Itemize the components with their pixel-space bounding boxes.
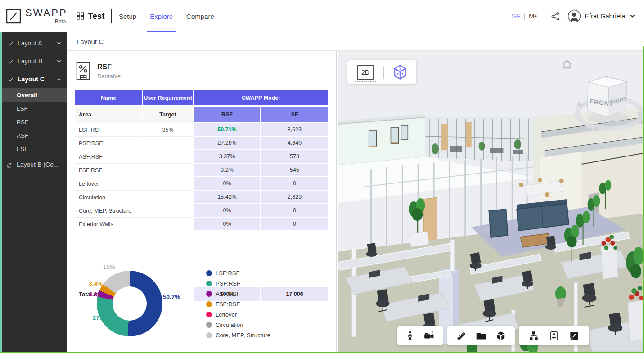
brand-beta: Beta. bbox=[55, 19, 68, 24]
ruler-icon[interactable] bbox=[455, 330, 467, 342]
table-cell-rsf: 0% bbox=[194, 177, 260, 191]
hierarchy-icon[interactable] bbox=[528, 330, 540, 342]
legend-item: Circulation bbox=[206, 320, 270, 330]
sidebar-item-fsf[interactable]: FSF bbox=[0, 142, 67, 156]
table-cell-sf: 545 bbox=[261, 164, 328, 177]
sidebar-item-layout-c[interactable]: Layout C bbox=[0, 70, 67, 88]
page-title-bar: Layout C bbox=[67, 32, 644, 51]
chevron-up-icon[interactable] bbox=[56, 76, 62, 82]
table-cell-rsf: 3.2% bbox=[194, 164, 260, 177]
table-cell-rsf: 50.71% bbox=[194, 123, 260, 137]
view-3d-button[interactable] bbox=[391, 63, 409, 81]
rsf-metric-panel: RSF Rentable Name User Requirement SWAPP… bbox=[67, 51, 337, 352]
tab-compare[interactable]: Compare bbox=[186, 0, 214, 32]
sidebar-item-lsf[interactable]: LSF bbox=[0, 102, 67, 115]
walk-person-icon[interactable] bbox=[405, 330, 415, 342]
sidebar-item-asf[interactable]: ASF bbox=[0, 129, 67, 142]
cube-3d-icon bbox=[391, 63, 409, 81]
table-cell-target bbox=[143, 177, 193, 191]
fullscreen-icon[interactable] bbox=[568, 330, 580, 342]
sidebar-item-overall[interactable]: Overall bbox=[0, 88, 67, 102]
table-cell-sf: 4,640 bbox=[261, 137, 328, 150]
swapp-logo[interactable]: SWAPP Beta. bbox=[5, 8, 68, 24]
table-cell-sf: 8,623 bbox=[261, 123, 328, 137]
pencil-icon bbox=[6, 161, 13, 168]
legend-label: Leftover bbox=[216, 311, 237, 318]
chevron-down-icon[interactable] bbox=[56, 40, 62, 46]
table-cell-rsf: 0% bbox=[194, 204, 260, 218]
user-menu[interactable]: Efrat Gabriela bbox=[567, 9, 636, 23]
sidebar-item-psf[interactable]: PSF bbox=[0, 115, 67, 129]
table-cell-area: FSF:RSF bbox=[75, 164, 142, 177]
user-name: Efrat Gabriela bbox=[585, 13, 625, 20]
table-cell-rsf: 3.37% bbox=[194, 150, 260, 164]
legend-label: LSF:RSF bbox=[216, 270, 239, 277]
donut-hole bbox=[113, 286, 147, 321]
table-cell-area: LSF:RSF bbox=[75, 123, 142, 137]
check-icon bbox=[7, 76, 14, 83]
unit-m2-button[interactable]: M² bbox=[529, 12, 537, 20]
subcol-rsf: RSF bbox=[194, 107, 260, 123]
share-icon[interactable] bbox=[550, 11, 560, 21]
legend-color-dot bbox=[206, 312, 212, 317]
legend-label: Circulation bbox=[216, 322, 243, 328]
sidebar-item-label: Layout B (Co... bbox=[17, 161, 59, 168]
main-tabs: Setup Explore Compare bbox=[119, 0, 214, 32]
table-cell-area: Leftover bbox=[75, 177, 142, 191]
view-cube[interactable]: S E W FRONT RIGHT bbox=[565, 62, 643, 134]
check-icon bbox=[7, 40, 14, 47]
app-header: SWAPP Beta. Test Setup Explore Compare S… bbox=[0, 0, 644, 32]
legend-item: ASF:RSF bbox=[206, 289, 270, 299]
legend-color-dot bbox=[206, 291, 212, 297]
divider bbox=[76, 82, 327, 82]
legend-color-dot bbox=[206, 270, 212, 276]
folder-icon[interactable] bbox=[475, 330, 487, 342]
swapp-app: SWAPP Beta. Test Setup Explore Compare S… bbox=[0, 0, 644, 353]
tab-explore[interactable]: Explore bbox=[150, 0, 173, 32]
sidebar-item-layout-a[interactable]: Layout A bbox=[0, 34, 67, 52]
table-cell-target bbox=[143, 164, 193, 177]
subcol-target: Target bbox=[143, 107, 193, 123]
home-icon[interactable] bbox=[561, 59, 573, 70]
toolbar-group-display bbox=[519, 326, 589, 345]
page-title: Layout C bbox=[77, 38, 104, 45]
camera-icon[interactable] bbox=[423, 330, 436, 342]
sidebar-item-layout-b-copy[interactable]: Layout B (Co... bbox=[0, 156, 67, 174]
model-3d-viewport[interactable]: 2D bbox=[338, 51, 643, 352]
legend-label: FSF:RSF bbox=[216, 301, 240, 308]
legend-label: ASF:RSF bbox=[216, 290, 240, 297]
sidebar-item-label: Layout C bbox=[18, 76, 56, 83]
display-settings-icon[interactable] bbox=[549, 330, 559, 342]
toolbar-group-navigation bbox=[397, 326, 443, 345]
table-cell-target bbox=[143, 150, 193, 164]
model-box-icon[interactable] bbox=[495, 330, 507, 342]
legend-color-dot bbox=[206, 301, 212, 307]
donut-label: 3.2% bbox=[77, 291, 103, 298]
legend-item: PSF:RSF bbox=[206, 278, 270, 289]
unit-sf-button[interactable]: SF bbox=[512, 12, 520, 20]
col-header-name: Name bbox=[75, 90, 142, 105]
tab-setup[interactable]: Setup bbox=[119, 0, 136, 32]
table-cell-target bbox=[143, 191, 193, 204]
donut-label: 15% bbox=[90, 264, 115, 270]
table-cell-sf: 0 bbox=[261, 218, 328, 231]
project-selector[interactable]: Test bbox=[77, 11, 105, 21]
legend-color-dot bbox=[206, 332, 212, 338]
total-sf: 17,006 bbox=[261, 287, 328, 302]
sidebar-item-layout-b[interactable]: Layout B bbox=[0, 52, 67, 70]
table-cell-target: 35% bbox=[143, 123, 193, 137]
sidebar-item-label: Layout B bbox=[18, 58, 56, 65]
legend-label: Core, MEP, Structure bbox=[216, 332, 270, 339]
metric-subtitle: Rentable bbox=[97, 73, 121, 80]
legend-color-dot bbox=[206, 281, 212, 286]
table-cell-sf: 0 bbox=[261, 177, 328, 191]
legend-item: LSF:RSF bbox=[206, 268, 270, 278]
donut-label: 3.4% bbox=[77, 280, 103, 287]
chevron-down-icon[interactable] bbox=[56, 58, 62, 64]
view-2d-button[interactable]: 2D bbox=[355, 63, 376, 82]
col-header-swapp-model: SWAPP Model bbox=[194, 90, 328, 105]
toolbar-group-tools bbox=[447, 326, 515, 345]
legend-item: Core, MEP, Structure bbox=[206, 330, 270, 340]
col-header-user-requirement: User Requirement bbox=[143, 90, 193, 105]
table-cell-sf: 0 bbox=[261, 204, 328, 218]
